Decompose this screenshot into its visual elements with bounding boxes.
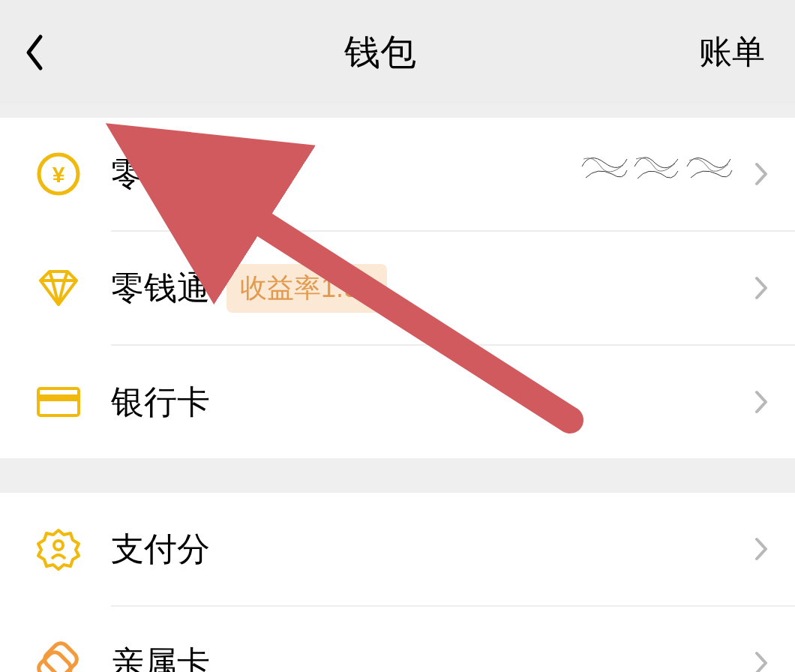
row-label: 零钱通 bbox=[111, 266, 210, 310]
diamond-icon bbox=[32, 261, 86, 315]
row-label: 零钱 bbox=[111, 152, 177, 196]
chevron-right-icon bbox=[750, 534, 772, 564]
chevron-right-icon bbox=[750, 387, 772, 417]
chevron-right-icon bbox=[750, 648, 772, 672]
chevron-left-icon bbox=[24, 34, 45, 71]
yield-badge: 收益率1.95 bbox=[226, 264, 387, 313]
chevron-right-icon bbox=[750, 159, 772, 189]
chevron-right-icon bbox=[750, 273, 772, 303]
row-family-card[interactable]: 亲属卡 bbox=[0, 607, 795, 672]
section-services: 支付分 亲属卡 bbox=[0, 493, 795, 672]
back-button[interactable] bbox=[24, 30, 62, 75]
row-bank-cards[interactable]: 银行卡 bbox=[0, 346, 795, 458]
svg-rect-4 bbox=[38, 394, 79, 401]
bills-link[interactable]: 账单 bbox=[699, 30, 768, 74]
section-wallet: ¥ 零钱 bbox=[0, 118, 795, 458]
row-pay-score[interactable]: 支付分 bbox=[0, 493, 795, 605]
yen-circle-icon: ¥ bbox=[32, 147, 86, 201]
bank-card-icon bbox=[32, 375, 86, 429]
family-card-icon bbox=[32, 636, 86, 672]
svg-rect-3 bbox=[38, 388, 79, 416]
page-title: 钱包 bbox=[62, 28, 699, 76]
row-label: 亲属卡 bbox=[111, 641, 210, 673]
score-icon bbox=[32, 522, 86, 576]
row-label: 银行卡 bbox=[111, 380, 210, 424]
svg-point-5 bbox=[54, 541, 63, 550]
balance-value-obscured bbox=[574, 144, 740, 204]
row-label: 支付分 bbox=[111, 527, 210, 572]
header: 钱包 账单 bbox=[0, 0, 795, 104]
row-money-fund[interactable]: 零钱通 收益率1.95 bbox=[0, 232, 795, 344]
row-balance[interactable]: ¥ 零钱 bbox=[0, 118, 795, 230]
svg-text:¥: ¥ bbox=[52, 162, 65, 187]
